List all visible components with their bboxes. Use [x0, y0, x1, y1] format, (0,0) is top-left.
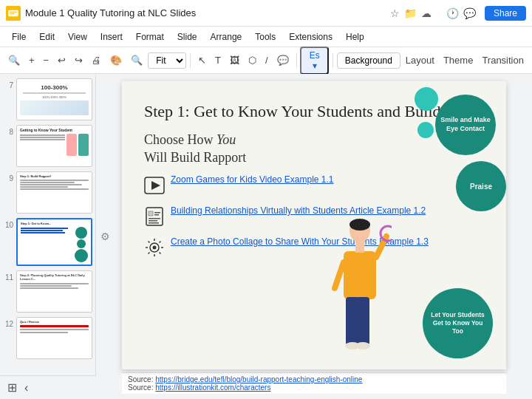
svg-line-22: [149, 253, 150, 254]
transition-button[interactable]: Transition: [478, 52, 528, 68]
top-bar: Module 1 Quality Tutoring at NLC Slides …: [0, 0, 532, 27]
background-button[interactable]: Background: [337, 52, 400, 69]
teal-circle-1: Smile and Make Eye Contact: [435, 95, 496, 155]
link-text-1[interactable]: Zoom Games for Kids Video Example 1.1: [171, 174, 334, 186]
slide-preview-8[interactable]: Getting to Know Your Student: [16, 125, 92, 167]
history-icon[interactable]: 🕐: [446, 7, 459, 19]
menu-help[interactable]: Help: [340, 30, 370, 44]
svg-rect-3: [10, 13, 15, 14]
grid-view-icon[interactable]: ⊞: [7, 381, 17, 395]
comment-button[interactable]: 💬: [273, 52, 293, 68]
menu-extensions[interactable]: Extensions: [283, 30, 338, 44]
sub-italic: You: [216, 132, 236, 147]
svg-line-20: [160, 253, 161, 254]
menu-insert[interactable]: Insert: [95, 30, 129, 44]
slide-preview-9[interactable]: Step 1: Build Rapport!: [16, 171, 92, 214]
article-icon: [144, 206, 165, 227]
print-button[interactable]: 🖨: [88, 52, 105, 68]
svg-rect-32: [356, 297, 369, 345]
panel-controls: ⊞ ‹: [0, 375, 96, 399]
paint-button[interactable]: 🎨: [106, 52, 126, 68]
svg-rect-11: [149, 220, 157, 222]
svg-line-30: [335, 262, 344, 288]
slide-panel: 7 100-300% 100% 200% 300% 8 Getting to K…: [0, 74, 96, 399]
layout-button[interactable]: Layout: [402, 52, 438, 68]
zoom-select[interactable]: Fit50%75%100%: [148, 52, 186, 69]
undo-button[interactable]: ↩: [54, 52, 69, 68]
slide-preview-12[interactable]: Quiz / Review: [16, 317, 92, 359]
menu-bar: File Edit View Insert Format Slide Arran…: [0, 27, 532, 47]
know-circle: Let Your Students Get to Know You Too: [423, 288, 493, 358]
menu-file[interactable]: File: [6, 30, 32, 44]
star-icon[interactable]: ☆: [390, 7, 400, 19]
menu-edit[interactable]: Edit: [33, 30, 61, 44]
teal-circle-small-1: [415, 87, 438, 111]
slide-preview-10[interactable]: Step 1: Get to Know...: [16, 218, 92, 266]
panel-collapse-icon[interactable]: ‹: [24, 381, 28, 395]
tools-side-icon[interactable]: ⚙: [99, 231, 111, 242]
menu-view[interactable]: View: [62, 30, 93, 44]
svg-rect-26: [355, 241, 364, 253]
teal-circle-small-2: [417, 122, 434, 138]
es-button[interactable]: Es ▾: [300, 47, 329, 75]
svg-line-19: [149, 242, 150, 243]
source-2: Source: https://illustrationkit.com/char…: [128, 383, 500, 392]
image-button[interactable]: 🖼: [226, 52, 243, 68]
share-button[interactable]: Share: [485, 6, 526, 21]
shape-button[interactable]: ⬡: [245, 52, 260, 68]
source-link-2[interactable]: https://illustrationkit.com/characters: [155, 383, 270, 392]
s8-title: Getting to Know Your Student: [20, 128, 89, 132]
svg-line-21: [160, 242, 161, 243]
svg-marker-5: [151, 181, 160, 190]
redo-button[interactable]: ↪: [71, 52, 86, 68]
slide-preview-11[interactable]: Step 2: Planning Quality Tutoring at NLC…: [16, 270, 92, 313]
slide-thumb-7[interactable]: 7 100-300% 100% 200% 300%: [3, 78, 92, 120]
line-button[interactable]: /: [262, 52, 272, 68]
svg-point-34: [355, 342, 370, 349]
link-item-3: Create a Photo Collage to Share With You…: [144, 236, 484, 258]
slide-area: ⚙ Step 1: Get to Know Your Students and …: [96, 74, 532, 399]
search-button[interactable]: 🔍: [4, 52, 24, 68]
slide-thumb-11[interactable]: 11 Step 2: Planning Quality Tutoring at …: [3, 270, 92, 313]
menu-format[interactable]: Format: [130, 30, 170, 44]
slide-num-8: 8: [3, 125, 13, 136]
slide-num-10: 10: [3, 218, 13, 229]
title-actions: ☆ 📁 ☁ 🕐 💬 Share: [390, 6, 526, 21]
source-link-1[interactable]: https://bridge.edu/tefl/blog/build-rappo…: [155, 375, 362, 383]
slide-preview-7[interactable]: 100-300% 100% 200% 300%: [16, 78, 92, 120]
cloud-icon[interactable]: ☁: [421, 7, 432, 19]
character-illustration: [321, 214, 392, 362]
separator-2: [296, 53, 297, 68]
s12-title: Quiz / Review: [20, 320, 89, 324]
slide-thumb-9[interactable]: 9 Step 1: Build Rapport!: [3, 171, 92, 214]
link-item-2: Building Relationships Virtually with St…: [144, 205, 484, 227]
theme-button[interactable]: Theme: [440, 52, 477, 68]
link-item-1: Zoom Games for Kids Video Example 1.1: [144, 174, 484, 196]
slide-thumb-10[interactable]: 10 Step 1: Get to Know...: [3, 218, 92, 266]
slide-thumb-12[interactable]: 12 Quiz / Review: [3, 317, 92, 359]
toolbar: 🔍 + − ↩ ↪ 🖨 🎨 🔍 Fit50%75%100% ↖ T 🖼 ⬡ / …: [0, 47, 532, 74]
svg-rect-10: [149, 218, 160, 219]
s9-title: Step 1: Build Rapport!: [20, 174, 89, 178]
zoom-in-button[interactable]: +: [25, 52, 38, 68]
svg-rect-7: [149, 211, 153, 216]
menu-arrange[interactable]: Arrange: [205, 30, 248, 44]
folder-icon[interactable]: 📁: [404, 7, 417, 19]
svg-rect-8: [154, 212, 160, 214]
slide-num-12: 12: [3, 317, 13, 328]
cursor-button[interactable]: ↖: [194, 52, 210, 68]
separator-1: [190, 53, 191, 68]
comments-icon[interactable]: 💬: [463, 7, 476, 19]
svg-rect-9: [154, 214, 159, 216]
svg-rect-25: [344, 251, 376, 299]
menu-slide[interactable]: Slide: [171, 30, 203, 44]
praise-circle: Praise: [456, 161, 506, 211]
zoom-level-button[interactable]: 🔍: [127, 52, 146, 68]
s7-text: 100-300%: [20, 81, 89, 91]
s7-sub: 100% 200% 300%: [20, 95, 89, 99]
text-button[interactable]: T: [211, 52, 225, 68]
zoom-out-button[interactable]: −: [40, 52, 53, 68]
sub-line1: Choose How: [144, 132, 216, 147]
slide-thumb-8[interactable]: 8 Getting to Know Your Student: [3, 125, 92, 167]
menu-tools[interactable]: Tools: [249, 30, 282, 44]
